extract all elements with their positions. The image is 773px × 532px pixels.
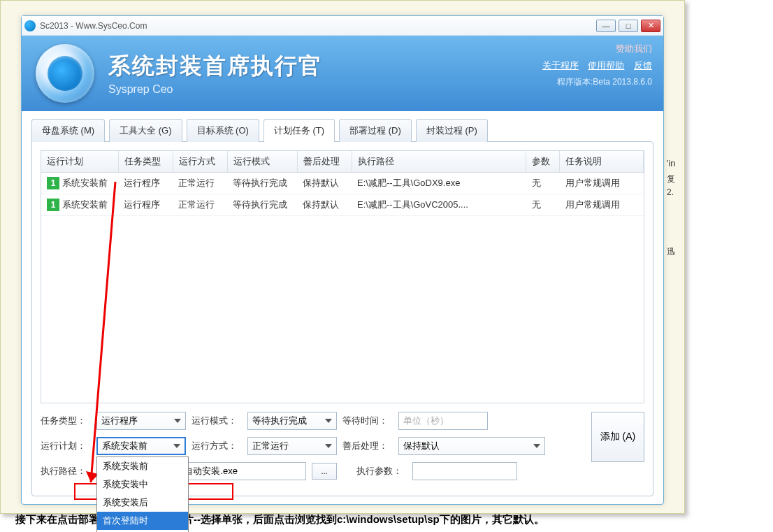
dropdown-option[interactable]: 系统安装中: [97, 475, 188, 494]
window-title: Sc2013 - Www.SysCeo.Com: [40, 21, 596, 31]
input-args[interactable]: [412, 462, 517, 480]
col-path[interactable]: 执行路径: [352, 151, 526, 173]
app-subtitle: Sysprep Ceo: [108, 83, 322, 96]
combo-runway[interactable]: 正常运行: [247, 437, 337, 455]
label-args: 执行参数：: [356, 465, 407, 477]
label-waittime: 等待时间：: [342, 415, 393, 427]
col-mode[interactable]: 运行模式: [227, 151, 297, 173]
row-num: 1: [47, 177, 59, 189]
combo-post[interactable]: 保持默认: [398, 437, 545, 455]
chevron-down-icon: [533, 444, 540, 448]
label-path: 执行路径：: [41, 465, 91, 477]
label-post: 善后处理：: [342, 440, 393, 452]
tasks-table: 运行计划 任务类型 运行方式 运行模式 善后处理 执行路径 参数 任务说明 1系…: [41, 151, 644, 216]
maximize-button[interactable]: □: [619, 20, 638, 32]
col-type[interactable]: 任务类型: [118, 151, 173, 173]
help-link[interactable]: 使用帮助: [588, 60, 624, 71]
titlebar: Sc2013 - Www.SysCeo.Com — □ ✕: [22, 16, 663, 36]
col-way[interactable]: 运行方式: [173, 151, 227, 173]
combo-tasktype[interactable]: 运行程序: [96, 412, 186, 430]
tab-package[interactable]: 封装过程 (P): [416, 119, 488, 142]
tab-master[interactable]: 母盘系统 (M): [31, 119, 105, 142]
row-num: 1: [47, 199, 59, 211]
bg-fragment: 'in: [667, 158, 676, 168]
minimize-button[interactable]: —: [596, 20, 616, 32]
browse-button[interactable]: ...: [312, 463, 337, 480]
tab-tasks[interactable]: 计划任务 (T): [263, 119, 335, 142]
chevron-down-icon: [174, 419, 181, 423]
col-post[interactable]: 善后处理: [297, 151, 352, 173]
col-arg[interactable]: 参数: [526, 151, 560, 173]
combo-runmode[interactable]: 等待执行完成: [247, 412, 337, 430]
close-button[interactable]: ✕: [641, 20, 660, 32]
col-plan[interactable]: 运行计划: [41, 151, 118, 173]
app-header: 系统封装首席执行官 Sysprep Ceo 赞助我们 关于程序 使用帮助 反馈 …: [22, 36, 663, 111]
dropdown-runplan: 系统安装前 系统安装中 系统安装后 首次登陆时 首次进桌面: [96, 456, 189, 532]
app-title: 系统封装首席执行官: [108, 51, 322, 82]
bg-fragment: 复: [667, 173, 675, 185]
chevron-down-icon: [173, 444, 180, 448]
table-row[interactable]: 1系统安装前 运行程序 正常运行 等待执行完成 保持默认 E:\减肥--工具\G…: [41, 173, 644, 194]
chevron-down-icon: [325, 444, 332, 448]
tab-target[interactable]: 目标系统 (O): [187, 119, 259, 142]
label-runplan: 运行计划：: [41, 440, 91, 452]
dropdown-option[interactable]: 系统安装后: [97, 494, 188, 512]
tab-deploy[interactable]: 部署过程 (D): [339, 119, 412, 142]
logo-icon: [36, 44, 94, 103]
app-window: Sc2013 - Www.SysCeo.Com — □ ✕ 系统封装首席执行官 …: [21, 15, 664, 505]
tab-content: 运行计划 任务类型 运行方式 运行模式 善后处理 执行路径 参数 任务说明 1系…: [31, 141, 653, 496]
bg-fragment: 2.: [667, 187, 674, 197]
input-waittime[interactable]: 单位（秒）: [398, 412, 488, 430]
about-link[interactable]: 关于程序: [542, 60, 579, 71]
label-runmode: 运行模式：: [192, 415, 242, 427]
feedback-link[interactable]: 反馈: [634, 60, 652, 71]
version-label: 程序版本:Beta 2013.8.6.0: [535, 76, 652, 88]
add-button[interactable]: 添加 (A): [591, 412, 644, 462]
dropdown-option-selected[interactable]: 首次登陆时: [97, 512, 188, 530]
sponsor-link[interactable]: 赞助我们: [535, 43, 652, 55]
label-tasktype: 任务类型：: [41, 415, 91, 427]
tabbar: 母盘系统 (M) 工具大全 (G) 目标系统 (O) 计划任务 (T) 部署过程…: [31, 119, 653, 142]
combo-runplan[interactable]: 系统安装前 系统安装前 系统安装中 系统安装后 首次登陆时 首次进桌面: [96, 437, 186, 455]
col-desc[interactable]: 任务说明: [560, 151, 644, 173]
table-row[interactable]: 1系统安装前 运行程序 正常运行 等待执行完成 保持默认 E:\减肥--工具\G…: [41, 194, 644, 216]
dropdown-option[interactable]: 系统安装前: [97, 457, 188, 475]
app-icon: [24, 20, 36, 31]
bg-fragment: 迅: [667, 246, 675, 258]
chevron-down-icon: [325, 419, 332, 423]
tab-tools[interactable]: 工具大全 (G): [109, 119, 182, 142]
label-runway: 运行方式：: [192, 440, 242, 452]
